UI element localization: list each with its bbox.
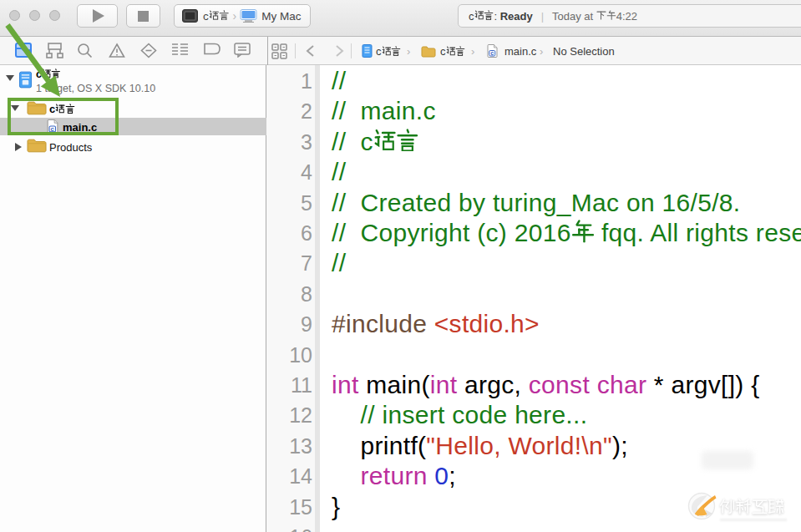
svg-text:c: c — [490, 49, 494, 57]
